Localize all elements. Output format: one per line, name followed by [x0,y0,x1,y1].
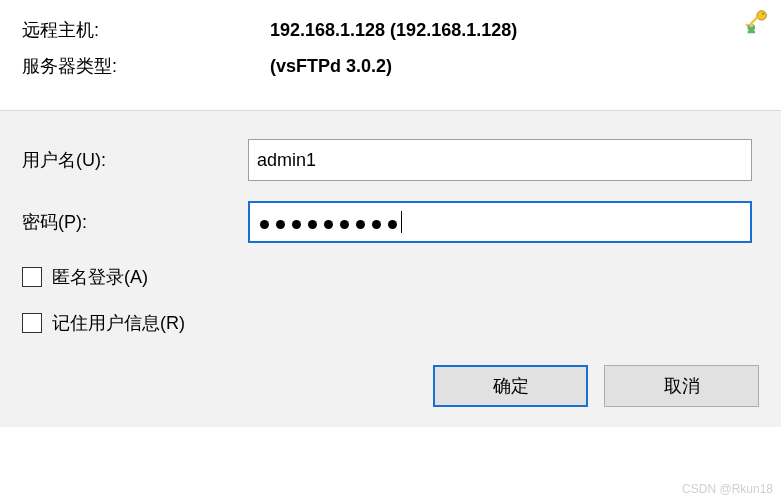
watermark-text: CSDN @Rkun18 [682,482,773,496]
password-input[interactable] [248,201,752,243]
password-row: 密码(P): [22,201,759,243]
ok-button[interactable]: 确定 [433,365,588,407]
anonymous-label: 匿名登录(A) [52,265,148,289]
remember-user-row: 记住用户信息(R) [22,311,759,335]
username-label: 用户名(U): [22,148,248,172]
username-input[interactable] [248,139,752,181]
remote-host-row: 远程主机: 192.168.1.128 (192.168.1.128) [22,18,759,42]
svg-point-5 [749,23,753,27]
login-form-section: 用户名(U): 密码(P): 匿名登录(A) 记住用户信息(R) 确定 取消 [0,110,781,427]
password-label: 密码(P): [22,210,248,234]
remember-label: 记住用户信息(R) [52,311,185,335]
anonymous-checkbox[interactable] [22,267,42,287]
username-row: 用户名(U): [22,139,759,181]
server-type-label: 服务器类型: [22,54,270,78]
remote-host-label: 远程主机: [22,18,270,42]
cancel-button[interactable]: 取消 [604,365,759,407]
remote-host-value: 192.168.1.128 (192.168.1.128) [270,20,517,41]
svg-point-0 [757,11,766,20]
key-user-icon [741,6,771,36]
server-type-row: 服务器类型: (vsFTPd 3.0.2) [22,54,759,78]
header-section: 远程主机: 192.168.1.128 (192.168.1.128) 服务器类… [0,0,781,110]
server-type-value: (vsFTPd 3.0.2) [270,56,392,77]
remember-checkbox[interactable] [22,313,42,333]
text-caret [401,211,402,233]
svg-point-1 [762,13,764,15]
anonymous-login-row: 匿名登录(A) [22,265,759,289]
dialog-buttons: 确定 取消 [22,365,759,407]
